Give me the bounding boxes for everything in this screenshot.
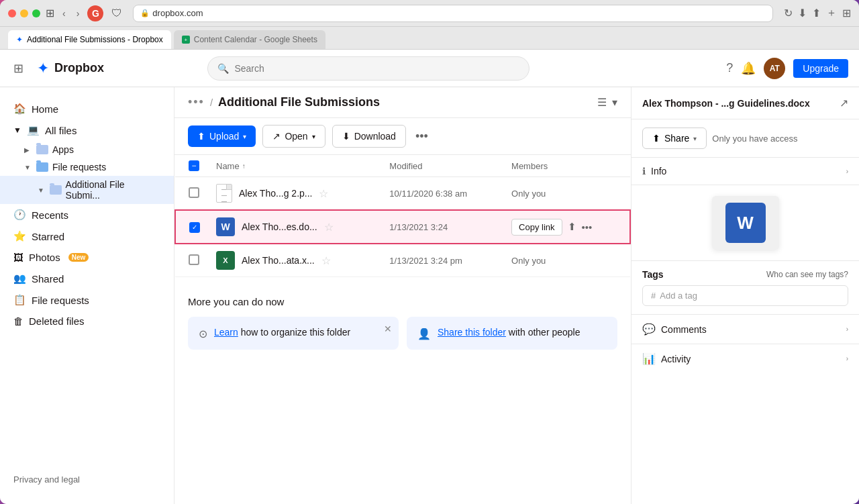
row1-file-icon: ———	[216, 184, 232, 203]
maximize-button[interactable]	[32, 9, 40, 17]
learn-link[interactable]: Learn	[214, 327, 238, 338]
sidebar-label-shared: Shared	[32, 273, 64, 285]
share-icon: ⬆	[652, 133, 660, 144]
breadcrumb-sep: /	[210, 97, 213, 108]
share-card-icon: 👤	[417, 327, 431, 340]
file-requests-folder-icon	[36, 162, 48, 172]
select-all-checkbox[interactable]: −	[189, 160, 199, 171]
row1-checkbox[interactable]	[189, 187, 199, 198]
row2-name-cell: W Alex Tho...es.do... ☆	[208, 210, 381, 244]
search-bar[interactable]: 🔍	[207, 56, 529, 81]
view-chevron-button[interactable]: ▾	[612, 96, 617, 109]
tab-sheets[interactable]: + Content Calendar - Google Sheets	[174, 30, 325, 49]
sidebar-toggle-button[interactable]: ⊞	[46, 7, 54, 19]
grid-browser-button[interactable]: ⊞	[842, 7, 851, 19]
row1-file-name: Alex Tho...g 2.p...	[239, 188, 312, 199]
notifications-button[interactable]: 🔔	[741, 61, 756, 76]
breadcrumb-dots[interactable]: •••	[188, 95, 205, 109]
share-browser-button[interactable]: ⬆	[812, 7, 821, 19]
sidebar-item-home[interactable]: 🏠 Home	[0, 98, 174, 119]
upload-chevron-icon: ▾	[243, 133, 246, 140]
file-browser: ••• / Additional File Submissions ☰ ▾ ⬆ …	[174, 87, 631, 504]
minimize-button[interactable]	[20, 9, 28, 17]
learn-card-close-button[interactable]: ✕	[384, 323, 392, 334]
tab-dropbox[interactable]: ✦ Additional File Submissions - Dropbox	[8, 30, 171, 49]
row3-checkbox[interactable]	[189, 254, 199, 265]
row2-more-button[interactable]: •••	[582, 221, 593, 233]
file-requests-icon: 📋	[13, 294, 26, 306]
share-folder-link[interactable]: Share this folder	[438, 327, 506, 338]
share-button[interactable]: ⬆ Share ▾	[642, 128, 707, 149]
row2-actions: Copy link ⬆ •••	[511, 219, 621, 236]
tree-chevron-file-requests: ▼	[24, 164, 32, 171]
reload-button[interactable]: ↻	[784, 7, 793, 19]
info-section[interactable]: ℹ Info ›	[631, 158, 859, 185]
app-header: ⊞ ✦ Dropbox 🔍 ? 🔔 AT Upgrade	[0, 50, 859, 87]
info-label: Info	[651, 166, 666, 177]
sidebar-item-deleted[interactable]: 🗑 Deleted files	[0, 311, 174, 332]
apps-grid-button[interactable]: ⊞	[11, 60, 26, 77]
sidebar-item-file-requests[interactable]: 📋 File requests	[0, 289, 174, 311]
name-column-header[interactable]: Name ↑	[208, 155, 381, 177]
sidebar-item-all-files[interactable]: ▼ 💻 All files	[0, 119, 174, 141]
tree-label-file-requests: File requests	[52, 162, 106, 172]
dropbox-icon: ✦	[37, 60, 49, 77]
right-panel-title: Alex Thompson - ...g Guidelines.docx	[642, 98, 810, 109]
forward-button[interactable]: ›	[74, 7, 83, 20]
right-panel-close-button[interactable]: ↗	[840, 97, 848, 109]
sidebar-item-shared[interactable]: 👥 Shared	[0, 268, 174, 289]
row2-star-button[interactable]: ☆	[324, 221, 334, 234]
tree-item-apps[interactable]: ▶ Apps	[0, 141, 174, 158]
row2-file-name: Alex Tho...es.do...	[242, 221, 317, 232]
open-button[interactable]: ↗ Open ▾	[262, 125, 325, 148]
user-avatar[interactable]: AT	[764, 58, 785, 79]
row2-checkbox-cell: ✓	[175, 210, 208, 244]
tree-item-file-requests[interactable]: ▼ File requests	[0, 158, 174, 176]
sidebar-item-photos[interactable]: 🖼 Photos New	[0, 247, 174, 268]
row2-file-icon: W	[216, 217, 235, 236]
row3-members-cell: Only you	[503, 244, 630, 277]
tags-input[interactable]: # Add a tag	[642, 285, 848, 306]
shared-icon: 👥	[13, 272, 26, 285]
download-button[interactable]: ⬇ Download	[332, 125, 406, 148]
tags-header: Tags Who can see my tags?	[642, 269, 848, 280]
activity-chevron-icon: ›	[846, 355, 848, 362]
table-row: X Alex Tho...ata.x... ☆ 1/13/2021 3:24 p…	[175, 244, 630, 277]
upload-label: Upload	[209, 131, 239, 142]
back-button[interactable]: ‹	[60, 7, 68, 20]
row3-star-button[interactable]: ☆	[321, 254, 331, 267]
sidebar-label-recents: Recents	[32, 209, 68, 221]
more-cards: ⊙ Learn how to organize this folder ✕ 👤 …	[188, 317, 617, 350]
sidebar-item-recents[interactable]: 🕐 Recents	[0, 204, 174, 225]
upgrade-button[interactable]: Upgrade	[793, 59, 848, 78]
grammarly-icon[interactable]: G	[87, 5, 103, 21]
lock-icon: 🔒	[140, 9, 150, 17]
search-input[interactable]	[234, 63, 519, 74]
activity-section[interactable]: 📊 Activity ›	[631, 344, 859, 373]
tree-item-additional[interactable]: ▼ Additional File Submi...	[0, 176, 174, 204]
privacy-legal-link[interactable]: Privacy and legal	[13, 474, 80, 485]
row3-members: Only you	[511, 256, 546, 266]
who-can-see-tags-link[interactable]: Who can see my tags?	[766, 270, 848, 279]
new-tab-button[interactable]: ＋	[826, 6, 837, 20]
row2-checkbox[interactable]: ✓	[189, 222, 200, 233]
file-toolbar: ⬆ Upload ▾ ↗ Open ▾ ⬇ Download •••	[174, 118, 631, 155]
tree-chevron-apps: ▶	[24, 146, 32, 154]
row2-share-button[interactable]: ⬆	[568, 221, 576, 233]
share-card-suffix: with other people	[506, 327, 580, 338]
download-browser-button[interactable]: ⬇	[798, 7, 807, 19]
tree-label-apps: Apps	[52, 144, 74, 155]
upload-button[interactable]: ⬆ Upload ▾	[188, 125, 256, 147]
address-bar[interactable]: 🔒 dropbox.com	[133, 5, 773, 22]
help-button[interactable]: ?	[726, 61, 733, 75]
sidebar-label-all-files: All files	[45, 125, 77, 136]
comments-section[interactable]: 💬 Comments ›	[631, 315, 859, 344]
more-options-button[interactable]: •••	[413, 127, 431, 146]
access-text: Only you have access	[712, 134, 797, 144]
close-button[interactable]	[8, 9, 16, 17]
row1-star-button[interactable]: ☆	[319, 187, 328, 200]
copy-link-button[interactable]: Copy link	[511, 219, 562, 236]
list-view-button[interactable]: ☰	[597, 96, 607, 109]
tags-hash: #	[651, 291, 656, 301]
sidebar-item-starred[interactable]: ⭐ Starred	[0, 225, 174, 247]
